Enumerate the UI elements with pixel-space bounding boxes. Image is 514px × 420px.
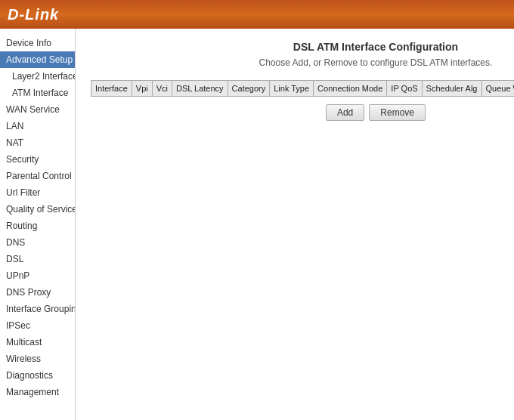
page-subtitle: Choose Add, or Remove to configure DSL A… — [91, 57, 514, 68]
sidebar-item-security[interactable]: Security — [0, 151, 75, 168]
main-content: DSL ATM Interface Configuration Choose A… — [76, 29, 514, 420]
col-ip-qos: IP QoS — [387, 81, 422, 97]
remove-button[interactable]: Remove — [369, 104, 426, 121]
col-interface: Interface — [91, 81, 132, 97]
sidebar-item-wireless[interactable]: Wireless — [0, 351, 75, 367]
sidebar-item-advanced-setup[interactable]: Advanced Setup — [0, 51, 75, 68]
sidebar-item-dns-proxy[interactable]: DNS Proxy — [0, 284, 75, 301]
sidebar-item-dsl[interactable]: DSL — [0, 251, 75, 267]
sidebar-item-lan[interactable]: LAN — [0, 118, 75, 134]
button-row: Add Remove — [91, 104, 514, 121]
col-vci: Vci — [152, 81, 172, 97]
sidebar-item-atm-interface[interactable]: ATM Interface — [0, 85, 75, 101]
sidebar-item-url-filter[interactable]: Url Filter — [0, 184, 75, 201]
sidebar-item-parental-control[interactable]: Parental Control — [0, 168, 75, 184]
sidebar-item-layer2-interface[interactable]: Layer2 Interface — [0, 68, 75, 85]
sidebar-item-quality-of-service[interactable]: Quality of Service — [0, 201, 75, 218]
sidebar-item-wan-service[interactable]: WAN Service — [0, 101, 75, 118]
sidebar-item-diagnostics[interactable]: Diagnostics — [0, 367, 75, 384]
col-connection-mode: Connection Mode — [314, 81, 387, 97]
layout: Device InfoAdvanced SetupLayer2 Interfac… — [0, 29, 514, 420]
sidebar-item-ipsec[interactable]: IPSec — [0, 317, 75, 334]
sidebar-item-routing[interactable]: Routing — [0, 218, 75, 234]
sidebar-item-upnp[interactable]: UPnP — [0, 267, 75, 284]
col-category: Category — [228, 81, 270, 97]
sidebar-item-dns[interactable]: DNS — [0, 234, 75, 251]
col-queue-weight: Queue Weight — [481, 81, 514, 97]
sidebar: Device InfoAdvanced SetupLayer2 Interfac… — [0, 29, 76, 420]
col-scheduler-alg: Scheduler Alg — [422, 81, 481, 97]
table-header-row: InterfaceVpiVciDSL LatencyCategoryLink T… — [91, 81, 515, 97]
col-vpi: Vpi — [132, 81, 152, 97]
sidebar-item-multicast[interactable]: Multicast — [0, 334, 75, 351]
page-title: DSL ATM Interface Configuration — [91, 41, 514, 53]
sidebar-item-interface-grouping[interactable]: Interface Grouping — [0, 301, 75, 317]
sidebar-item-device-info[interactable]: Device Info — [0, 35, 75, 51]
atm-table: InterfaceVpiVciDSL LatencyCategoryLink T… — [91, 80, 514, 97]
col-link-type: Link Type — [270, 81, 314, 97]
header: D-Link — [0, 0, 514, 29]
col-dsl-latency: DSL Latency — [172, 81, 228, 97]
sidebar-item-management[interactable]: Management — [0, 384, 75, 400]
logo: D-Link — [8, 6, 59, 23]
add-button[interactable]: Add — [326, 104, 364, 121]
sidebar-item-nat[interactable]: NAT — [0, 134, 75, 151]
